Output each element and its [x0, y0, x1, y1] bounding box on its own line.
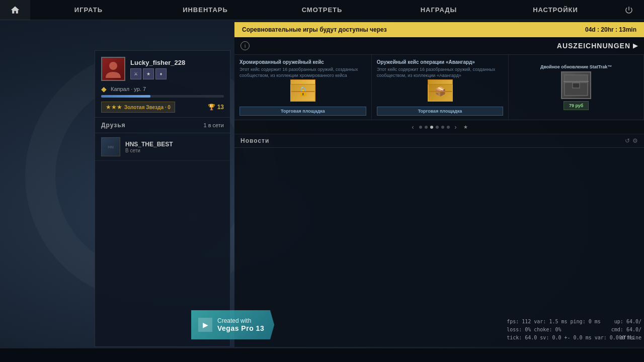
- shop-item-2-img: 📦: [377, 78, 504, 105]
- top-nav: ИГРАТЬ ИНВЕНТАРЬ СМОТРЕТЬ НАГРАДЫ НАСТРО…: [0, 0, 644, 20]
- shop-item-1-img: 🔒: [239, 78, 366, 105]
- achievements-title: AUSZEICHNUNGEN ▶: [557, 42, 638, 50]
- svg-point-0: [109, 62, 117, 70]
- badge-1: ⚔: [130, 68, 141, 79]
- vegas-bg: ▶ Created with Vegas Pro 13: [191, 310, 274, 339]
- news-header: Новости ↺ ⚙: [234, 134, 644, 148]
- player-badges: ⚔ ★ ♦: [130, 68, 185, 79]
- friends-count: 1 в сети: [203, 122, 224, 128]
- carousel-prev[interactable]: ‹: [410, 124, 417, 131]
- carousel-dot-3[interactable]: [430, 126, 433, 129]
- nav-rewards[interactable]: НАГРАДЫ: [380, 0, 497, 20]
- carousel-dot-2[interactable]: [425, 126, 428, 129]
- friend-info: HNS_THE_BEST В сети: [125, 141, 173, 153]
- carousel-nav: ‹ › ★: [234, 120, 644, 134]
- badge-3: ♦: [155, 68, 167, 79]
- exp-bar: [101, 95, 224, 98]
- avatar-image: [102, 58, 124, 80]
- vegas-icon: ▶: [198, 318, 212, 332]
- carousel-next[interactable]: ›: [452, 124, 459, 131]
- player-avatar: [101, 57, 125, 81]
- power-button[interactable]: [614, 0, 644, 20]
- perf-right-3: offline: [611, 334, 641, 342]
- nav-play[interactable]: ИГРАТЬ: [30, 0, 147, 20]
- shop-btn-2[interactable]: Торговая площадка: [377, 107, 504, 116]
- achievements-bar[interactable]: i AUSZEICHNUNGEN ▶: [234, 37, 644, 55]
- crate-lid-2: [428, 79, 453, 84]
- player-name: Lucky_fisher_228: [130, 59, 185, 66]
- shop-item-2: Оружейный кейс операции «Авангард» Этот …: [372, 55, 509, 120]
- news-title: Новости: [240, 137, 269, 144]
- nav-inventory[interactable]: ИНВЕНТАРЬ: [147, 0, 264, 20]
- nav-watch[interactable]: СМОТРЕТЬ: [264, 0, 380, 20]
- trophy-section: 🏆 13: [208, 104, 224, 111]
- friends-title: Друзья: [101, 122, 126, 129]
- player-footer: ★★★ Золотая Звезда · 0 🏆 13: [101, 102, 224, 113]
- shop-item-3: Двойное обновление StatTrak™ 79 руб: [509, 55, 644, 120]
- bottom-bar: [0, 348, 644, 362]
- achievements-arrow: ▶: [633, 42, 638, 49]
- carousel-dot-6[interactable]: [447, 126, 450, 129]
- perf-right-2: cmd: 64.0/: [611, 326, 641, 334]
- carousel-star[interactable]: ★: [462, 124, 469, 130]
- svg-rect-3: [573, 83, 580, 88]
- star-rank: ★★★ Золотая Звезда · 0: [101, 102, 175, 113]
- carousel-dot-1[interactable]: [419, 126, 422, 129]
- list-item[interactable]: HN HNS_THE_BEST В сети: [95, 133, 230, 161]
- carousel-dot-4[interactable]: [436, 126, 439, 129]
- vegas-created-label: Created with: [217, 317, 264, 324]
- price-button[interactable]: 79 руб: [564, 101, 589, 110]
- shop-item-1: Хромированный оружейный кейс Этот кейс с…: [234, 55, 372, 120]
- crate-box-2: 📦: [428, 81, 453, 102]
- nav-settings[interactable]: НАСТРОЙКИ: [497, 0, 614, 20]
- friends-panel-header: Друзья 1 в сети: [95, 118, 230, 133]
- trophy-count: 13: [217, 104, 224, 111]
- badge-2: ★: [143, 68, 154, 79]
- home-button[interactable]: [0, 0, 30, 20]
- shop-item-1-desc: Этот кейс содержит 16 разобранных оружий…: [239, 67, 366, 78]
- power-icon: [624, 6, 633, 15]
- player-header: Lucky_fisher_228 ⚔ ★ ♦: [101, 57, 224, 81]
- friend-avatar: HN: [101, 137, 120, 156]
- perf-right-stats: up: 64.0/ cmd: 64.0/ offline: [611, 318, 641, 342]
- shop-item-2-desc: Этот кейс содержит 16 разобранных оружий…: [377, 67, 504, 78]
- alert-text: Соревновательные игры будут доступны чер…: [242, 26, 387, 33]
- shop-btn-1[interactable]: Торговая площадка: [239, 107, 366, 116]
- shop-item-2-title: Оружейный кейс операции «Авангард»: [377, 59, 504, 65]
- news-icons: ↺ ⚙: [625, 137, 638, 144]
- player-info: Lucky_fisher_228 ⚔ ★ ♦: [130, 59, 185, 79]
- vegas-watermark: ▶ Created with Vegas Pro 13: [191, 310, 274, 339]
- shop-item-3-title: Двойное обновление StatTrak™: [540, 64, 612, 70]
- shop-item-1-title: Хромированный оружейный кейс: [239, 59, 366, 65]
- star-label: Золотая Звезда · 0: [124, 105, 171, 110]
- shop-panel: Хромированный оружейный кейс Этот кейс с…: [234, 55, 644, 120]
- player-panel: Lucky_fisher_228 ⚔ ★ ♦ ◆ Капрал · ур. 7 …: [95, 50, 230, 119]
- exp-bar-background: [101, 95, 224, 98]
- crate-lid-1: [290, 79, 315, 84]
- star-icon: ★★★: [106, 104, 122, 111]
- chest-image: [561, 71, 591, 99]
- news-settings-icon[interactable]: ⚙: [632, 137, 638, 144]
- friend-status: В сети: [125, 148, 173, 153]
- news-refresh-icon[interactable]: ↺: [625, 137, 630, 144]
- friend-name: HNS_THE_BEST: [125, 141, 173, 148]
- home-icon: [10, 5, 20, 15]
- carousel-dot-5[interactable]: [441, 126, 444, 129]
- rank-row: ◆ Капрал · ур. 7: [101, 85, 224, 93]
- vegas-text: Created with Vegas Pro 13: [217, 317, 264, 332]
- info-icon[interactable]: i: [240, 41, 250, 50]
- perf-right-1: up: 64.0/: [611, 318, 641, 326]
- rank-label: Капрал · ур. 7: [111, 86, 146, 92]
- crate-box-1: 🔒: [290, 81, 315, 102]
- exp-bar-fill: [101, 95, 150, 98]
- vegas-name-label: Vegas Pro 13: [217, 324, 264, 332]
- rank-icon: ◆: [101, 85, 107, 93]
- alert-timer: 04d : 20hr : 13min: [585, 26, 636, 33]
- news-panel: Новости ↺ ⚙: [234, 134, 644, 347]
- avatar-silhouette: [106, 60, 121, 78]
- chest-svg: [564, 74, 589, 97]
- trophy-icon: 🏆: [208, 104, 215, 111]
- alert-bar: Соревновательные игры будут доступны чер…: [234, 22, 644, 37]
